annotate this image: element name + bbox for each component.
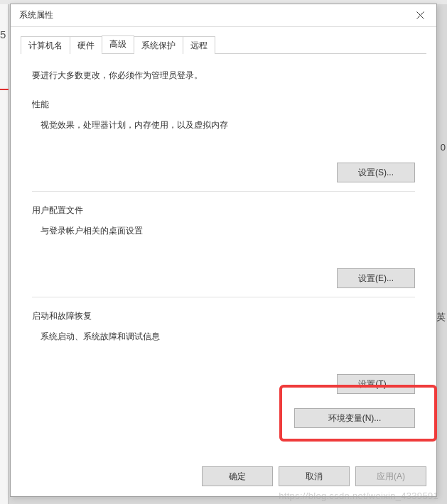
cancel-button[interactable]: 取消 (279, 466, 350, 486)
user-profiles-title: 用户配置文件 (32, 204, 415, 217)
background-char-2: 英 (436, 311, 446, 324)
tabs-row: 计算机名 硬件 高级 系统保护 远程 (21, 35, 426, 54)
performance-settings-button[interactable]: 设置(S)... (337, 163, 415, 182)
dialog-title: 系统属性 (19, 9, 53, 21)
divider (32, 191, 415, 192)
apply-button[interactable]: 应用(A) (355, 466, 426, 486)
section-user-profiles: 用户配置文件 与登录帐户相关的桌面设置 设置(E)... (32, 204, 415, 297)
close-button[interactable] (404, 4, 436, 27)
startup-settings-button[interactable]: 设置(T)... (337, 374, 415, 394)
close-icon (416, 11, 424, 19)
background-number: 5 (0, 28, 6, 40)
divider (32, 297, 415, 297)
startup-title: 启动和故障恢复 (32, 310, 415, 322)
titlebar: 系统属性 (11, 4, 436, 27)
performance-desc: 视觉效果，处理器计划，内存使用，以及虚拟内存 (32, 119, 415, 131)
tab-system-protection[interactable]: 系统保护 (134, 36, 183, 54)
ok-button[interactable]: 确定 (202, 466, 273, 486)
performance-title: 性能 (32, 99, 415, 111)
startup-desc: 系统启动、系统故障和调试信息 (32, 331, 415, 343)
section-performance: 性能 视觉效果，处理器计划，内存使用，以及虚拟内存 设置(S)... (32, 99, 415, 192)
tab-computer-name[interactable]: 计算机名 (21, 36, 70, 54)
tab-hardware[interactable]: 硬件 (70, 36, 102, 54)
environment-variables-button[interactable]: 环境变量(N)... (294, 408, 415, 428)
background-char-1: 0 (441, 142, 446, 153)
admin-note-text: 要进行大多数更改，你必须作为管理员登录。 (32, 70, 415, 82)
user-profiles-desc: 与登录帐户相关的桌面设置 (32, 225, 415, 237)
dialog-footer: 确定 取消 应用(A) (202, 466, 426, 486)
tab-content-advanced: 要进行大多数更改，你必须作为管理员登录。 性能 视觉效果，处理器计划，内存使用，… (21, 54, 426, 435)
system-properties-dialog: 系统属性 计算机名 硬件 高级 系统保护 远程 要进行大多数更改，你必须作为管理… (10, 4, 437, 497)
tab-advanced[interactable]: 高级 (102, 35, 134, 53)
section-startup-recovery: 启动和故障恢复 系统启动、系统故障和调试信息 设置(T)... (32, 310, 415, 394)
user-profiles-settings-button[interactable]: 设置(E)... (337, 268, 415, 288)
tab-remote[interactable]: 远程 (183, 36, 215, 54)
